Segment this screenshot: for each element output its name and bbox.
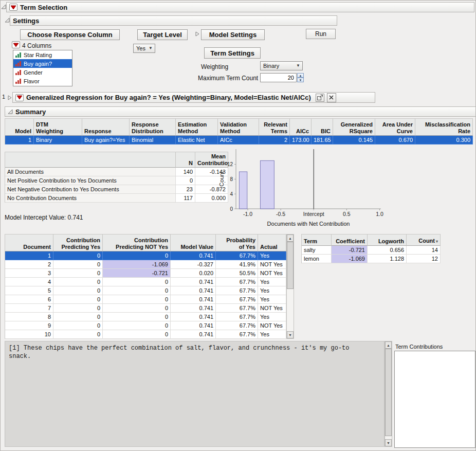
term-settings-button[interactable]: Term Settings — [204, 47, 261, 59]
maximum-term-count-input[interactable] — [260, 73, 297, 82]
cell[interactable]: 0 — [53, 321, 103, 330]
cell[interactable]: -1.069 — [332, 255, 368, 263]
summary-header[interactable]: Summary — [5, 106, 476, 117]
cell[interactable]: 0.741 — [171, 304, 216, 313]
choose-response-column-button[interactable]: Choose Response Column — [20, 29, 120, 40]
column-header[interactable]: Validation Method — [218, 119, 259, 136]
column-header[interactable]: DTM Weighting — [34, 119, 82, 136]
cell[interactable]: 0 — [53, 313, 103, 321]
cell[interactable]: Net Positive Contribution to Yes Documen… — [5, 176, 176, 185]
cell[interactable]: Binary — [34, 136, 82, 145]
quantity-stepper[interactable]: ▲ ▼ — [297, 73, 304, 82]
column-header[interactable] — [5, 152, 176, 168]
cell[interactable]: 0 — [53, 330, 103, 339]
cell[interactable]: Yes — [258, 251, 286, 260]
cell[interactable]: 67.7% — [216, 313, 258, 321]
column-header[interactable]: Estimation Method — [176, 119, 218, 136]
cell[interactable]: 181.65 — [312, 136, 333, 145]
cell[interactable]: 10 — [5, 330, 53, 339]
cell[interactable]: 2 — [259, 136, 290, 145]
cell[interactable]: Buy again?=Yes — [82, 136, 130, 145]
table-row[interactable]: 5000.74167.7%Yes — [5, 286, 286, 295]
column-header[interactable]: BIC — [312, 119, 333, 136]
close-button[interactable] — [327, 93, 336, 102]
disclosure-collapsed-icon[interactable] — [7, 95, 12, 100]
column-header[interactable]: Response Distribution — [130, 119, 176, 136]
column-header[interactable]: Document — [5, 234, 53, 251]
column-header[interactable]: Probability of Yes — [216, 234, 258, 251]
cell[interactable]: 0 — [176, 176, 195, 185]
column-list-item[interactable]: Gender — [13, 68, 72, 77]
column-header[interactable]: Coefficient — [332, 234, 368, 246]
scroll-up-icon[interactable]: ▲ — [287, 234, 294, 242]
cell[interactable]: 67.7% — [216, 330, 258, 339]
cell[interactable]: 0.741 — [171, 295, 216, 304]
table-row[interactable]: 6000.74167.7%Yes — [5, 295, 286, 304]
cell[interactable]: 0.741 — [171, 313, 216, 321]
document-text-viewer[interactable]: [1] These chips have the perfect combina… — [5, 341, 385, 447]
cell[interactable]: 0 — [53, 260, 103, 269]
cell[interactable]: 1.128 — [368, 255, 407, 263]
disclosure-expanded-icon[interactable] — [8, 109, 13, 114]
cell[interactable]: 0.741 — [171, 321, 216, 330]
cell[interactable]: NOT Yes — [258, 304, 286, 313]
cell[interactable]: Yes — [258, 286, 286, 295]
stepper-down-icon[interactable]: ▼ — [297, 78, 304, 82]
cell[interactable]: 0 — [53, 278, 103, 286]
cell[interactable]: -0.721 — [103, 269, 171, 278]
scroll-up-icon[interactable]: ▲ — [385, 341, 392, 349]
column-header[interactable]: Area Under Curve — [375, 119, 415, 136]
table-row[interactable]: 9000.74167.7%NOT Yes — [5, 321, 286, 330]
generalized-regression-header[interactable]: Generalized Regression for Buy again? = … — [12, 92, 375, 103]
cell[interactable]: 117 — [176, 194, 195, 203]
scroll-down-icon[interactable]: ▼ — [385, 439, 392, 446]
cell[interactable]: 0 — [103, 278, 171, 286]
cell[interactable]: 0 — [53, 295, 103, 304]
stepper-up-icon[interactable]: ▲ — [297, 73, 304, 78]
cell[interactable]: 14 — [407, 246, 441, 255]
cell[interactable]: 0.741 — [171, 278, 216, 286]
cell[interactable]: lemon — [302, 255, 332, 263]
weighting-select[interactable]: Binary ▼ — [260, 61, 303, 70]
cell[interactable]: 0 — [103, 295, 171, 304]
cell[interactable]: 0.741 — [171, 251, 216, 260]
column-header[interactable]: Term — [302, 234, 332, 246]
target-level-button[interactable]: Target Level — [137, 29, 188, 40]
table-row[interactable]: salty-0.7210.65614 — [302, 246, 441, 255]
term-selection-header[interactable]: Term Selection — [6, 2, 474, 12]
cell[interactable]: 50.5% — [216, 269, 258, 278]
cell[interactable]: 41.9% — [216, 260, 258, 269]
cell[interactable]: 0 — [103, 321, 171, 330]
cell[interactable]: Yes — [258, 313, 286, 321]
column-header[interactable]: AICc — [290, 119, 312, 136]
table-row[interactable]: No Contribution Documents1170.000 — [5, 194, 228, 203]
cell[interactable]: 2 — [5, 260, 53, 269]
table-row[interactable]: 1000.74167.7%Yes — [5, 251, 286, 260]
column-list-item[interactable]: Flavor — [13, 77, 72, 85]
cell[interactable]: Binomial — [130, 136, 176, 145]
documents-table-scrollbar[interactable]: ▲ ▼ — [286, 234, 294, 339]
open-in-window-icon[interactable] — [316, 94, 324, 102]
cell[interactable]: -0.327 — [171, 260, 216, 269]
cell[interactable]: 3 — [5, 269, 53, 278]
scrollbar-thumb[interactable] — [287, 242, 294, 289]
table-row[interactable]: lemon-1.0691.12812 — [302, 255, 441, 263]
cell[interactable]: NOT Yes — [258, 260, 286, 269]
column-header[interactable]: Count▾ — [407, 234, 441, 246]
cell[interactable]: 0 — [53, 269, 103, 278]
column-header[interactable]: Contribution Predicting NOT Yes — [103, 234, 171, 251]
cell[interactable]: 0.656 — [368, 246, 407, 255]
cell[interactable]: 0 — [103, 286, 171, 295]
cell[interactable]: Net Negative Contribution to Yes Documen… — [5, 185, 176, 194]
target-level-select[interactable]: Yes ▼ — [133, 44, 155, 53]
cell[interactable]: 8 — [5, 313, 53, 321]
cell[interactable]: 0.741 — [171, 286, 216, 295]
cell[interactable]: 140 — [176, 168, 195, 176]
table-row[interactable]: Net Negative Contribution to Yes Documen… — [5, 185, 228, 194]
cell[interactable]: 0.670 — [375, 136, 415, 145]
cell[interactable]: NOT Yes — [258, 269, 286, 278]
cell[interactable]: 6 — [5, 295, 53, 304]
table-row[interactable]: 7000.74167.7%NOT Yes — [5, 304, 286, 313]
column-header[interactable]: Response — [82, 119, 130, 136]
scrollbar-thumb[interactable] — [385, 349, 392, 436]
